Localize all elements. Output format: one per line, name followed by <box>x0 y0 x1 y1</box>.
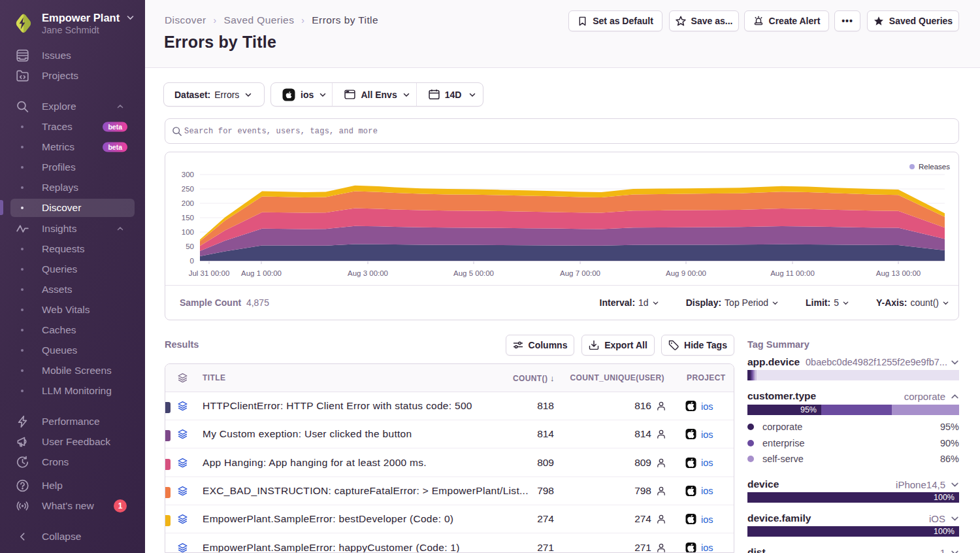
svg-text:150: 150 <box>182 214 194 222</box>
svg-text:Aug 5 00:00: Aug 5 00:00 <box>453 269 494 277</box>
svg-text:Aug 13 00:00: Aug 13 00:00 <box>876 269 921 277</box>
svg-text:Aug 1 00:00: Aug 1 00:00 <box>241 269 282 277</box>
svg-text:Aug 9 00:00: Aug 9 00:00 <box>666 269 706 277</box>
svg-text:100: 100 <box>182 228 194 236</box>
svg-text:Aug 7 00:00: Aug 7 00:00 <box>560 269 600 277</box>
svg-text:Aug 3 00:00: Aug 3 00:00 <box>348 269 388 277</box>
svg-text:50: 50 <box>186 243 194 250</box>
svg-text:200: 200 <box>182 199 194 207</box>
svg-text:250: 250 <box>182 185 194 193</box>
svg-text:Aug 11 00:00: Aug 11 00:00 <box>770 269 815 277</box>
svg-text:300: 300 <box>182 171 194 178</box>
svg-text:Jul 31 00:00: Jul 31 00:00 <box>189 269 230 277</box>
svg-text:0: 0 <box>190 257 194 265</box>
